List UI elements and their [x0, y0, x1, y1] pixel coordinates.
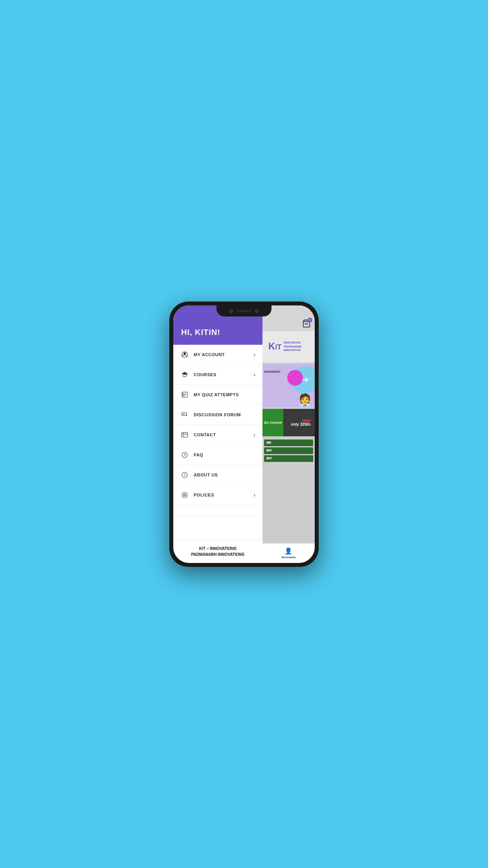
greeting-text: HI, KITIN!: [181, 328, 220, 337]
logo-line2: PADMANABH INNOVATION: [284, 345, 309, 353]
cart-button[interactable]: 0: [302, 319, 311, 328]
svg-text:?: ?: [184, 453, 186, 457]
chevron-right-icon: ›: [253, 492, 255, 498]
phone-screen: HI, KITIN!: [173, 305, 315, 563]
quiz-icon: [180, 390, 189, 399]
accounts-nav-label: Accounts: [281, 555, 295, 559]
svg-point-21: [184, 473, 185, 474]
banner-figure: 🧑‍💼: [297, 394, 313, 406]
screen-content: HI, KITIN!: [173, 305, 315, 563]
accounts-nav-item[interactable]: 👤 Accounts: [281, 547, 295, 559]
hindi-label-2: ज्ञान: [264, 447, 313, 454]
graduation-icon: [180, 370, 189, 379]
menu-item-faq[interactable]: ? FAQ: [173, 445, 262, 465]
contact-icon: [180, 430, 189, 439]
menu-item-about[interactable]: i ABOUT US: [173, 465, 262, 485]
hindi-label-1: क्षक: [264, 440, 313, 446]
empty-space: [173, 505, 262, 517]
promo-text: SA Course: [264, 421, 282, 425]
bottom-nav: 👤 Accounts: [262, 543, 315, 563]
svg-point-24: [184, 494, 185, 495]
about-us-label: ABOUT US: [194, 473, 218, 477]
logo-k-text: KiT: [268, 342, 281, 351]
faq-label: FAQ: [194, 452, 203, 457]
logo: KiT INNOVATION PADMANABH INNOVATION: [268, 341, 309, 352]
footer-line1: KIT – INNOVATIONS: [177, 546, 259, 552]
svg-point-8: [182, 393, 183, 394]
account-icon: [180, 350, 189, 359]
original-price: 6500/-: [291, 419, 311, 422]
svg-point-9: [182, 394, 183, 395]
promo-green-label: SA Course: [262, 409, 283, 436]
banner-text: BUSINESS: [264, 370, 286, 374]
discussion-label: DISCUSSION FORUM: [194, 412, 241, 417]
menu-item-polices[interactable]: POLICES ›: [173, 485, 262, 505]
info-icon: i: [180, 471, 189, 479]
drawer-footer: KIT – INNOVATIONS PADMANABH INNOVATIONS: [173, 540, 262, 563]
menu-item-quiz[interactable]: MY QUIZ ATTEMPTS: [173, 385, 262, 405]
navigation-drawer: HI, KITIN!: [173, 305, 262, 563]
menu-item-contact[interactable]: CONTACT ›: [173, 425, 262, 445]
menu-item-my-account[interactable]: MY ACCOUNT ›: [173, 345, 262, 365]
promo-price: 6500/- only 3250/-: [291, 419, 313, 427]
chevron-right-icon: ›: [253, 371, 255, 378]
discussion-icon: AB: [180, 410, 189, 419]
phone-notch: [216, 305, 272, 316]
account-nav-icon: 👤: [284, 547, 292, 555]
sale-price: only 3250/-: [291, 422, 311, 427]
policy-icon: [180, 491, 189, 499]
faq-icon: ?: [180, 451, 189, 459]
promo-section: SA Course 6500/- only 3250/-: [262, 409, 315, 436]
speaker-icon: [236, 310, 252, 312]
my-account-label: MY ACCOUNT: [194, 352, 225, 357]
svg-point-0: [183, 352, 186, 355]
logo-subtitle: INNOVATION PADMANABH INNOVATION: [284, 341, 309, 352]
chevron-right-icon: ›: [253, 432, 255, 438]
courses-label: COURSES: [194, 372, 216, 377]
hindi-section: क्षक ज्ञान ज्ञान: [262, 438, 315, 542]
cart-badge: 0: [308, 318, 312, 322]
svg-point-10: [182, 395, 183, 396]
phone-frame: HI, KITIN!: [169, 302, 319, 567]
banner-section: BUSINESS 🧑‍💼: [262, 364, 315, 407]
menu-item-courses[interactable]: COURSES ›: [173, 365, 262, 385]
menu-item-discussion[interactable]: AB DISCUSSION FORUM: [173, 405, 262, 425]
contact-label: CONTACT: [194, 432, 216, 437]
right-content: KiT INNOVATION PADMANABH INNOVATION BUSI…: [262, 331, 315, 563]
right-background-panel: 0 KiT INNOVATION PADMANABH INNOVATION: [262, 305, 315, 563]
banner-circle-small: [287, 370, 303, 386]
logo-section: KiT INNOVATION PADMANABH INNOVATION: [262, 331, 315, 362]
chevron-right-icon: ›: [253, 351, 255, 358]
quiz-label: MY QUIZ ATTEMPTS: [194, 392, 239, 397]
footer-line2: PADMANABH INNOVATIONS: [177, 552, 259, 557]
hindi-label-3: ज्ञान: [264, 455, 313, 462]
drawer-menu: MY ACCOUNT ›: [173, 345, 262, 540]
camera-icon-2: [255, 309, 259, 313]
polices-label: POLICES: [194, 493, 214, 497]
logo-line1: INNOVATION: [284, 341, 309, 345]
camera-icon: [229, 309, 233, 313]
svg-text:AB: AB: [183, 414, 185, 415]
